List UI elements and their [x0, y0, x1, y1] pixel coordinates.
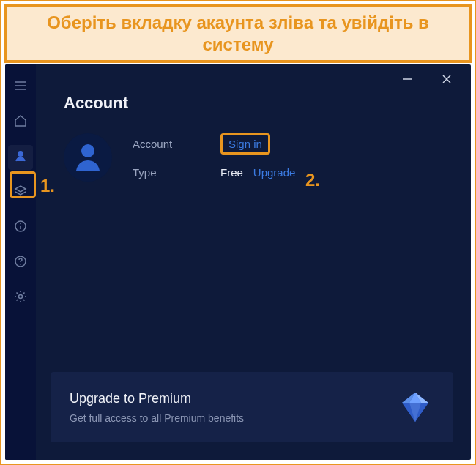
menu-icon [13, 78, 28, 96]
diamond-icon [396, 388, 434, 426]
svg-point-6 [18, 152, 23, 156]
upgrade-card[interactable]: Upgrade to Premium Get full access to al… [51, 372, 453, 442]
home-icon [13, 114, 28, 131]
sidebar-item-settings[interactable] [8, 286, 33, 310]
callout-1: 1. [40, 176, 55, 196]
sidebar-item-info[interactable] [8, 215, 33, 240]
sidebar-item-layers[interactable] [8, 180, 33, 205]
person-icon [13, 149, 28, 166]
svg-marker-7 [15, 186, 26, 192]
upgrade-subtitle: Get full access to all Premium benefits [70, 412, 244, 424]
signin-link[interactable]: Sign in [228, 138, 262, 150]
layers-icon [13, 184, 28, 201]
gear-icon [13, 289, 28, 307]
svg-point-12 [20, 264, 21, 265]
avatar [64, 133, 112, 182]
sidebar-item-account[interactable] [8, 145, 33, 170]
app-window: Account Account Sign in Type [5, 64, 471, 460]
signin-highlight: Sign in [220, 133, 270, 155]
svg-point-10 [20, 223, 21, 225]
page-title: Account [64, 94, 443, 113]
svg-point-14 [81, 144, 94, 157]
sidebar-item-home[interactable] [8, 110, 33, 135]
instruction-banner: Оберіть вкладку акаунта зліва та увійдіт… [4, 4, 472, 63]
type-value: Free [220, 166, 243, 179]
help-icon [13, 254, 28, 272]
upgrade-link[interactable]: Upgrade [253, 166, 296, 179]
avatar-icon [70, 138, 105, 176]
type-label: Type [133, 166, 220, 179]
account-info-row: Account Sign in Type Free Upgrade [64, 133, 443, 182]
callout-2: 2. [305, 170, 320, 190]
svg-point-13 [19, 295, 23, 299]
sidebar-item-menu[interactable] [8, 75, 33, 100]
sidebar-item-help[interactable] [8, 250, 33, 275]
upgrade-title: Upgrade to Premium [70, 391, 244, 406]
account-label: Account [133, 138, 220, 150]
info-icon [13, 219, 28, 237]
svg-marker-17 [402, 403, 428, 422]
sidebar [5, 64, 36, 460]
